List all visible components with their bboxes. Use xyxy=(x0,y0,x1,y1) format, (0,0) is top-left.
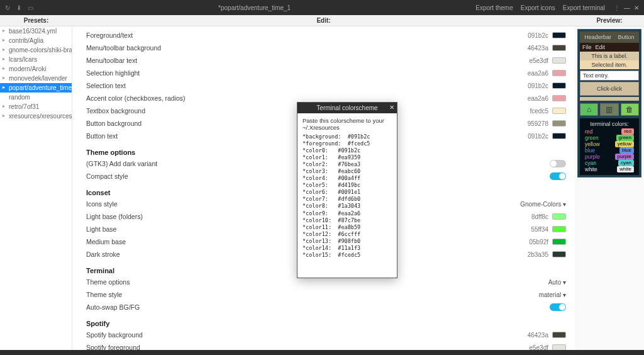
term-color-row: blueblue xyxy=(582,147,636,154)
color-hex: 46423a xyxy=(518,332,548,339)
color-label: Menu/toolbar text xyxy=(86,57,518,64)
dropdown-label: Theme style xyxy=(86,291,539,298)
color-swatch[interactable] xyxy=(552,45,566,51)
color-hex: 959278 xyxy=(518,120,548,127)
window-title: *popart/adventure_time_1 xyxy=(33,4,475,11)
color-hex: 05b92f xyxy=(518,239,548,245)
preview-panel: Headerbar Button File Edit This is a lab… xyxy=(575,26,644,350)
dialog-xresources-text[interactable]: *background: #091b2c *foreground: #fcedc… xyxy=(303,133,392,259)
color-swatch[interactable] xyxy=(552,70,566,76)
toggle-row: Auto-swap BG/FG xyxy=(86,301,566,313)
sidebar-item[interactable]: lcars/lcars xyxy=(0,55,72,64)
reload-icon[interactable]: ↻ xyxy=(5,4,10,11)
color-hex: 091b2c xyxy=(518,82,548,89)
export-icons-action[interactable]: Export icons xyxy=(521,4,555,11)
term-color-row: greengreen xyxy=(582,135,636,141)
sidebar-item[interactable]: gnome-colors/shiki-brave xyxy=(0,45,72,55)
close-icon[interactable]: ✕ xyxy=(634,4,639,11)
color-swatch[interactable] xyxy=(552,95,566,101)
box-icon[interactable]: ▭ xyxy=(28,4,33,11)
sidebar-item[interactable]: retro/7of31 xyxy=(0,102,72,111)
sidebar-item[interactable]: modern/Aroki xyxy=(0,64,72,74)
preview-headerbar-label: Headerbar xyxy=(584,34,611,40)
preview-terminal: terminal colors: redredgreengreenyellowy… xyxy=(580,118,639,175)
color-swatch[interactable] xyxy=(552,32,566,38)
term-color-row: redred xyxy=(582,128,636,135)
color-label: Accent color (checkboxes, radios) xyxy=(86,94,518,102)
color-swatch[interactable] xyxy=(552,332,566,338)
dropdown-value[interactable]: Auto ▾ xyxy=(548,279,566,286)
color-swatch[interactable] xyxy=(552,251,566,257)
preview-text-entry: Text entry. xyxy=(580,70,639,81)
term-color-name: purple xyxy=(585,154,600,160)
toggle-switch[interactable] xyxy=(550,172,566,180)
preview-menu-edit: Edit xyxy=(596,44,606,50)
color-swatch[interactable] xyxy=(552,120,566,127)
presets-header: Presets: xyxy=(0,17,72,24)
color-hex: e5e3df xyxy=(518,344,548,351)
color-row: Menu/toolbar background46423a xyxy=(86,42,566,54)
color-swatch[interactable] xyxy=(552,82,566,89)
toggle-switch[interactable] xyxy=(550,160,566,167)
color-hex: 46423a xyxy=(518,45,548,52)
term-color-chip: blue xyxy=(619,147,634,154)
term-color-row: purplepurple xyxy=(582,154,636,160)
preview-label: This is a label. xyxy=(580,52,639,60)
color-row: Foreground/text091b2c xyxy=(86,29,566,42)
titlebar: ↻ ⬇ ▭ *popart/adventure_time_1 Export th… xyxy=(0,0,644,15)
minimize-icon[interactable]: — xyxy=(624,4,630,11)
export-theme-action[interactable]: Export theme xyxy=(475,4,513,11)
dropdown-label: Theme options xyxy=(86,278,548,286)
color-row: Spotify background46423a xyxy=(86,329,566,341)
preview-terminal-header: terminal colors: xyxy=(582,121,636,127)
color-swatch[interactable] xyxy=(552,108,566,114)
term-color-name: green xyxy=(585,135,599,141)
color-hex: 091b2c xyxy=(518,32,548,39)
term-color-name: blue xyxy=(585,147,595,154)
sidebar-item[interactable]: random xyxy=(0,93,72,102)
terminal-colorscheme-dialog: Terminal colorscheme ✕ Paste this colors… xyxy=(297,102,397,278)
export-terminal-action[interactable]: Export terminal xyxy=(563,4,605,11)
dropdown-value[interactable]: material ▾ xyxy=(539,291,566,298)
color-hex: 091b2c xyxy=(518,133,548,140)
dropdown-row: Theme stylematerial ▾ xyxy=(86,288,566,301)
color-row: Spotify foregrounde5e3df xyxy=(86,341,566,350)
color-hex: eaa2a6 xyxy=(518,70,548,77)
toggle-switch[interactable] xyxy=(550,303,566,311)
sidebar-item[interactable]: popart/adventure_time_1 xyxy=(0,83,72,93)
preview-menubar: File Edit xyxy=(580,43,639,52)
term-color-row: whitewhite xyxy=(582,166,636,172)
term-color-chip: yellow xyxy=(615,141,634,147)
bottom-bar xyxy=(0,350,644,355)
preview-selected-item: Selected item. xyxy=(580,60,639,69)
download-icon[interactable]: ⬇ xyxy=(16,4,21,11)
color-label: Menu/toolbar background xyxy=(86,44,518,52)
color-swatch[interactable] xyxy=(552,344,566,350)
color-row: Selection highlighteaa2a6 xyxy=(86,67,566,79)
color-swatch[interactable] xyxy=(552,57,566,64)
color-swatch[interactable] xyxy=(552,239,566,245)
dropdown-value[interactable]: Gnome-Colors ▾ xyxy=(520,201,566,208)
color-row: Menu/toolbar texte5e3df xyxy=(86,54,566,67)
color-swatch[interactable] xyxy=(552,133,566,139)
preview-menu-file: File xyxy=(582,44,592,50)
dialog-close-icon[interactable]: ✕ xyxy=(389,104,394,111)
term-color-name: white xyxy=(585,166,597,172)
edit-header: Edit: xyxy=(72,17,575,24)
sidebar-item[interactable]: monovedek/lavender xyxy=(0,74,72,83)
color-hex: fcedc5 xyxy=(518,108,548,115)
desktop-icon: ▥ xyxy=(600,103,618,116)
preview-headerbar: Headerbar Button xyxy=(580,31,639,43)
color-swatch[interactable] xyxy=(552,213,566,220)
color-label: Foreground/text xyxy=(86,31,518,39)
sidebar-item[interactable]: xresources/xresources xyxy=(0,111,72,121)
dialog-hint: Paste this colorscheme to your ~/.Xresou… xyxy=(303,117,392,131)
color-hex: 55ff34 xyxy=(518,226,548,233)
term-color-row: yellowyellow xyxy=(582,141,636,147)
menu-icon[interactable]: ⋮ xyxy=(614,4,620,11)
term-color-name: yellow xyxy=(585,141,600,147)
sidebar-item[interactable]: base16/3024.yml xyxy=(0,26,72,36)
color-swatch[interactable] xyxy=(552,226,566,232)
color-hex: 8dff8c xyxy=(518,213,548,220)
sidebar-item[interactable]: contrib/Aglia xyxy=(0,36,72,45)
